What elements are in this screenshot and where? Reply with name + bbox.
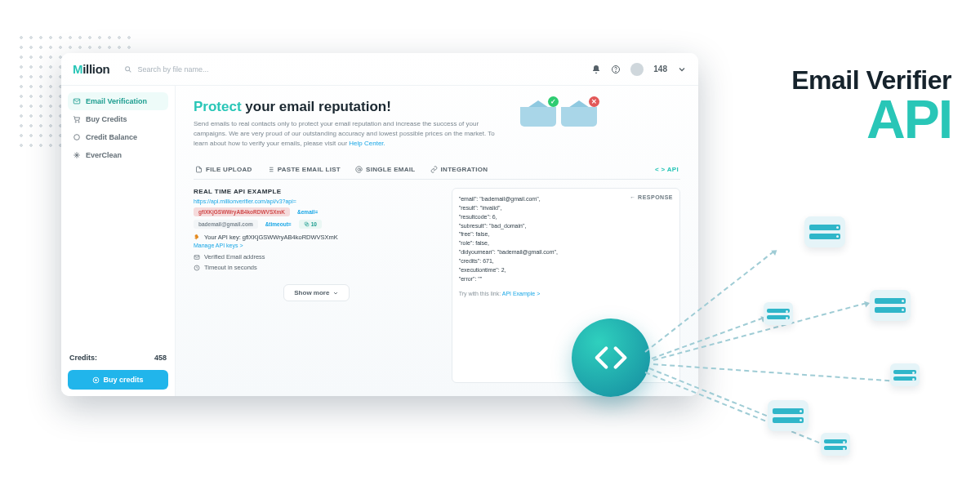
help-icon[interactable] bbox=[611, 65, 621, 74]
email-value-chip: bademail@gmail.com bbox=[194, 220, 258, 229]
logo-text: illion bbox=[82, 62, 109, 76]
field-label: Timeout in seconds bbox=[204, 264, 257, 271]
topbar-credits: 148 bbox=[653, 65, 667, 74]
server-node-icon bbox=[764, 302, 793, 325]
promo-title: Email Verifier API bbox=[723, 65, 951, 144]
link-icon bbox=[430, 166, 438, 173]
credits-label: Credits: bbox=[69, 354, 97, 362]
tab-label: < > API bbox=[655, 166, 679, 173]
svg-point-2 bbox=[616, 71, 617, 72]
coins-icon bbox=[73, 133, 81, 141]
hero-body: Send emails to real contacts only to pro… bbox=[194, 119, 504, 149]
mail-icon bbox=[73, 97, 81, 105]
sidebar-label: Buy Credits bbox=[86, 115, 127, 123]
code-bubble-icon bbox=[572, 318, 650, 397]
hero-illustration: ✓ ✕ bbox=[520, 99, 597, 149]
sidebar-item-email-verification[interactable]: Email Verification bbox=[68, 92, 168, 110]
show-more-button[interactable]: Show more bbox=[283, 284, 350, 301]
response-arrow-label: ← RESPONSE bbox=[630, 194, 673, 203]
svg-point-5 bbox=[78, 122, 79, 122]
field-label: Verified Email address bbox=[204, 253, 265, 261]
list-icon bbox=[267, 166, 274, 173]
hero-heading: Protect your email reputation! bbox=[194, 99, 504, 115]
promo-line2: API bbox=[723, 96, 951, 144]
cart-icon bbox=[73, 115, 81, 123]
search-input[interactable]: Search by file name... bbox=[118, 65, 583, 74]
field-timeout: Timeout in seconds bbox=[194, 264, 440, 271]
mail-outline-icon bbox=[194, 254, 200, 261]
svg-point-8 bbox=[358, 168, 360, 171]
try-link-row: Try with this link: API Example > bbox=[459, 290, 673, 299]
api-example-heading: REAL TIME API EXAMPLE bbox=[194, 188, 440, 195]
buy-credits-label: Buy credits bbox=[103, 376, 143, 384]
server-node-icon bbox=[768, 400, 808, 431]
sparkle-icon bbox=[73, 151, 81, 159]
envelope-invalid-icon: ✕ bbox=[561, 99, 597, 127]
key-value: gfiXKjGSWWryAB4koRDWVSXmK bbox=[243, 234, 338, 241]
tab-label: FILE UPLOAD bbox=[206, 166, 252, 173]
topbar-actions: 148 bbox=[591, 63, 687, 76]
try-text: Try with this link: bbox=[459, 291, 501, 296]
tab-label: SINGLE EMAIL bbox=[366, 166, 416, 173]
tab-single-email[interactable]: SINGLE EMAIL bbox=[355, 160, 416, 179]
help-center-link[interactable]: Help Center. bbox=[349, 140, 385, 147]
search-placeholder: Search by file name... bbox=[137, 65, 208, 74]
credits-value: 458 bbox=[154, 354, 167, 362]
api-key-row: Your API key: gfiXKjGSWWryAB4koRDWVSXmK bbox=[194, 234, 440, 241]
logo-accent: M bbox=[73, 62, 82, 76]
api-url: https://api.millionverifier.com/api/v3?a… bbox=[194, 198, 440, 204]
buy-credits-button[interactable]: Buy credits bbox=[68, 370, 168, 390]
server-node-icon bbox=[804, 216, 845, 247]
at-icon bbox=[355, 166, 363, 173]
tab-label: PASTE EMAIL LIST bbox=[278, 166, 341, 173]
key-label: Your API key: bbox=[204, 234, 241, 241]
topbar: Million Search by file name... 148 bbox=[61, 53, 698, 86]
chevron-down-icon[interactable] bbox=[677, 65, 687, 74]
server-node-icon bbox=[821, 433, 850, 456]
brand-logo[interactable]: Million bbox=[73, 62, 109, 76]
sidebar-item-everclean[interactable]: EverClean bbox=[68, 146, 168, 164]
api-key-chip: gfiXKjGSWWryAB4koRDWVSXmK bbox=[194, 207, 290, 216]
api-example-link[interactable]: API Example > bbox=[502, 291, 541, 296]
tab-integration[interactable]: INTEGRATION bbox=[430, 160, 488, 179]
bell-icon[interactable] bbox=[591, 65, 601, 74]
response-body: "email": "bademail@gmail.com","result": … bbox=[459, 195, 673, 283]
api-request-panel: REAL TIME API EXAMPLE https://api.millio… bbox=[194, 188, 440, 383]
copy-chip[interactable]: 10 bbox=[299, 220, 322, 229]
clock-icon bbox=[194, 265, 200, 271]
avatar[interactable] bbox=[630, 63, 644, 76]
search-icon bbox=[124, 65, 132, 74]
sidebar: Email Verification Buy Credits Credit Ba… bbox=[61, 86, 176, 396]
param-timeout-chip: &timeout= bbox=[261, 220, 296, 229]
svg-point-4 bbox=[75, 122, 76, 122]
tab-label: INTEGRATION bbox=[441, 166, 488, 173]
sidebar-label: Email Verification bbox=[86, 97, 147, 105]
chevron-down-icon bbox=[332, 290, 339, 296]
tabbar: FILE UPLOAD PASTE EMAIL LIST SINGLE EMAI… bbox=[194, 160, 680, 180]
server-node-icon bbox=[890, 363, 920, 386]
copy-icon bbox=[304, 221, 310, 227]
tab-file-upload[interactable]: FILE UPLOAD bbox=[195, 160, 252, 179]
field-email: Verified Email address bbox=[194, 253, 440, 261]
param-email-chip: &email= bbox=[292, 207, 323, 216]
credits-row: Credits: 458 bbox=[68, 350, 168, 365]
svg-point-6 bbox=[74, 135, 80, 140]
tab-paste-list[interactable]: PASTE EMAIL LIST bbox=[267, 160, 341, 179]
show-more-label: Show more bbox=[294, 289, 329, 296]
server-node-icon bbox=[870, 290, 911, 321]
key-icon bbox=[194, 234, 201, 241]
sidebar-item-credit-balance[interactable]: Credit Balance bbox=[68, 128, 168, 146]
file-icon bbox=[195, 166, 203, 173]
sidebar-item-buy-credits[interactable]: Buy Credits bbox=[68, 110, 168, 128]
envelope-valid-icon: ✓ bbox=[520, 99, 556, 127]
hero: Protect your email reputation! Send emai… bbox=[194, 99, 680, 149]
svg-point-0 bbox=[126, 66, 130, 70]
sidebar-label: Credit Balance bbox=[86, 133, 137, 141]
manage-api-keys-link[interactable]: Manage API keys > bbox=[194, 243, 440, 248]
plus-circle-icon bbox=[92, 376, 100, 384]
sidebar-label: EverClean bbox=[86, 151, 122, 159]
tab-api[interactable]: < > API bbox=[655, 160, 679, 179]
